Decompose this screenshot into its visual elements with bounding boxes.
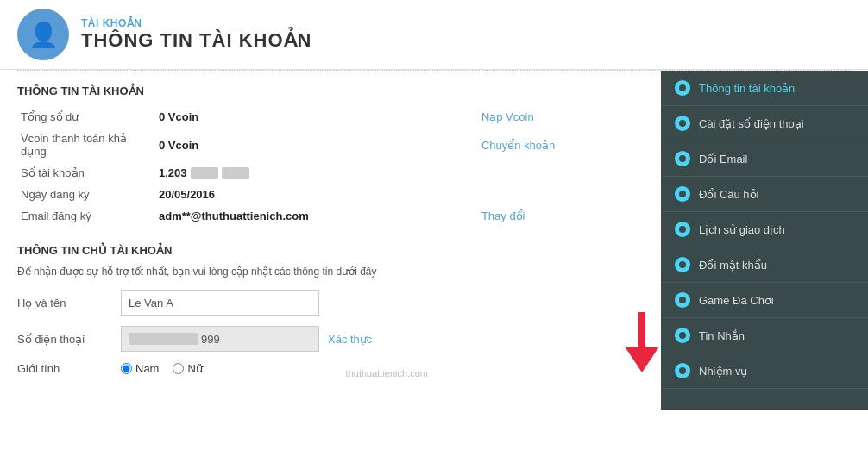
sidebar-icon-3: [675, 186, 690, 202]
table-row: Vcoin thanh toán khả dụng 0 Vcoin Chuyển…: [17, 128, 644, 162]
sidebar-label-1: Cài đặt số điện thoại: [699, 117, 804, 130]
sidebar-icon-0: [675, 80, 690, 96]
chuyen-khoan-link[interactable]: Chuyển khoản: [478, 128, 644, 162]
phone-label: Số điện thoại: [17, 333, 121, 346]
sidebar-item-doi-mat-khau[interactable]: Đổi mật khẩu: [661, 247, 868, 283]
header-text: Tài khoản Thông Tin Tài Khoản: [81, 17, 311, 52]
sidebar-label-3: Đổi Câu hỏi: [699, 188, 758, 201]
table-row: Số tài khoản 1.203: [17, 162, 644, 184]
phone-input-group: 999 Xác thực: [121, 326, 372, 352]
name-input[interactable]: [121, 290, 319, 316]
sidebar-item-tin-nhan[interactable]: Tin Nhắn: [661, 318, 868, 353]
sidebar-label-2: Đổi Email: [699, 153, 747, 166]
sidebar-icon-inner-4: [679, 226, 686, 233]
label-email: Email đăng ký: [17, 205, 155, 227]
sidebar-icon-4: [675, 222, 690, 237]
sidebar-icon-inner-0: [679, 84, 686, 91]
name-form-row: Họ và tên: [17, 290, 644, 316]
sidebar-icon-8: [675, 363, 690, 378]
sidebar-label-8: Nhiệm vụ: [699, 365, 747, 378]
content-area: Thông Tin Tài Khoản Tổng số dư 0 Vcoin N…: [0, 71, 661, 410]
sidebar-item-nhiem-vu[interactable]: Nhiệm vụ: [661, 353, 868, 389]
sidebar-icon-inner-1: [679, 120, 686, 127]
sidebar-item-cai-dat-so[interactable]: Cài đặt số điện thoại: [661, 106, 868, 141]
xac-thuc-link[interactable]: Xác thực: [328, 333, 372, 346]
owner-info-title: Thông Tin Chủ Tài Khoản: [17, 244, 644, 257]
phone-form-row: Số điện thoại 999 Xác thực: [17, 326, 644, 352]
phone-partial-text: 999: [201, 333, 220, 346]
sidebar: Thông tin tài khoản Cài đặt số điện thoạ…: [661, 71, 868, 410]
phone-blurred: [129, 333, 198, 345]
sidebar-icon-inner-3: [679, 191, 686, 197]
sidebar-label-0: Thông tin tài khoản: [699, 82, 795, 95]
phone-display: 999: [121, 326, 319, 352]
header-title: Thông Tin Tài Khoản: [81, 29, 311, 52]
sidebar-label-5: Đổi mật khẩu: [699, 259, 767, 272]
account-num-blurred-1: [191, 167, 218, 179]
sidebar-icon-2: [675, 151, 690, 166]
main-layout: Thông Tin Tài Khoản Tổng số dư 0 Vcoin N…: [0, 71, 868, 410]
page-header: 👤 Tài khoản Thông Tin Tài Khoản: [0, 0, 868, 70]
so-tai-khoan-action: [478, 162, 644, 184]
sidebar-icon-inner-2: [679, 155, 686, 162]
label-tong-so-du: Tổng số dư: [17, 106, 155, 128]
sidebar-icon-inner-8: [679, 367, 686, 374]
table-row: Ngày đăng ký 20/05/2016: [17, 184, 644, 205]
sidebar-icon-6: [675, 292, 690, 308]
account-num-blurred-2: [222, 167, 249, 179]
ngay-dang-ky-action: [478, 184, 644, 205]
sidebar-label-6: Game Đã Chơi: [699, 294, 774, 307]
sidebar-item-thong-tin-tai-khoan[interactable]: Thông tin tài khoản: [661, 71, 868, 106]
value-email: adm**@thuthuattienich.com: [155, 205, 478, 227]
sidebar-icon-inner-6: [679, 297, 686, 303]
owner-note: Để nhận được sự hỗ trợ tốt nhất, bạn vui…: [17, 266, 644, 278]
account-info-title: Thông Tin Tài Khoản: [17, 84, 644, 97]
owner-section: Thông Tin Chủ Tài Khoản Để nhận được sự …: [17, 244, 644, 375]
value-vcoin-kha-dung: 0 Vcoin: [155, 128, 478, 162]
nap-vcoin-link[interactable]: Nạp Vcoin: [478, 106, 644, 128]
sidebar-label-4: Lịch sử giao dịch: [699, 223, 785, 236]
sidebar-label-7: Tin Nhắn: [699, 329, 745, 342]
account-info-table: Tổng số dư 0 Vcoin Nạp Vcoin Vcoin thanh…: [17, 106, 644, 227]
arrow-indicator: [625, 312, 659, 375]
sidebar-item-doi-email[interactable]: Đổi Email: [661, 141, 868, 177]
sidebar-icon-1: [675, 116, 690, 131]
sidebar-item-lich-su[interactable]: Lịch sử giao dịch: [661, 212, 868, 247]
sidebar-item-doi-cau-hoi[interactable]: Đổi Câu hỏi: [661, 177, 868, 212]
thay-doi-email-link[interactable]: Thay đổi: [478, 205, 644, 227]
account-num-prefix: 1.203: [159, 166, 187, 179]
avatar: 👤: [17, 9, 69, 60]
sidebar-icon-5: [675, 257, 690, 272]
value-so-tai-khoan: 1.203: [155, 162, 478, 184]
label-vcoin-kha-dung: Vcoin thanh toán khả dụng: [17, 128, 155, 162]
svg-marker-1: [625, 347, 659, 372]
sidebar-item-game-da-choi[interactable]: Game Đã Chơi: [661, 283, 868, 318]
header-subtitle: Tài khoản: [81, 17, 311, 29]
user-icon: 👤: [28, 21, 59, 49]
watermark: thuthuattienich.com: [0, 368, 428, 378]
value-ngay-dang-ky: 20/05/2016: [155, 184, 478, 205]
sidebar-icon-7: [675, 328, 690, 343]
table-row: Email đăng ký adm**@thuthuattienich.com …: [17, 205, 644, 227]
label-so-tai-khoan: Số tài khoản: [17, 162, 155, 184]
table-row: Tổng số dư 0 Vcoin Nạp Vcoin: [17, 106, 644, 128]
sidebar-icon-inner-5: [679, 261, 686, 268]
sidebar-icon-inner-7: [679, 332, 686, 339]
label-ngay-dang-ky: Ngày đăng ký: [17, 184, 155, 205]
account-number-display: 1.203: [159, 166, 475, 179]
value-tong-so-du: 0 Vcoin: [155, 106, 478, 128]
name-label: Họ và tên: [17, 297, 121, 310]
